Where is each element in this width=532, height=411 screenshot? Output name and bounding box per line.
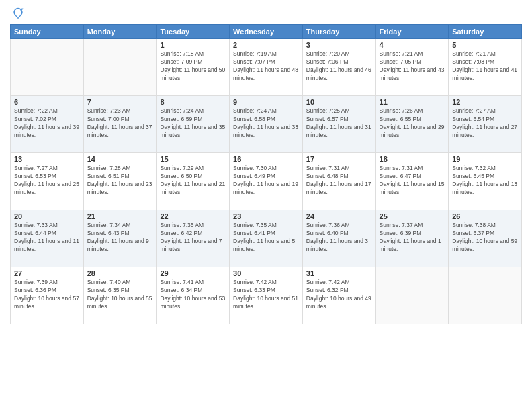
calendar-day-cell: 28Sunrise: 7:40 AMSunset: 6:35 PMDayligh… [83, 267, 157, 324]
day-info: Sunrise: 7:39 AMSunset: 6:36 PMDaylight:… [14, 279, 80, 311]
day-number: 30 [233, 269, 299, 277]
day-info: Sunrise: 7:31 AMSunset: 6:48 PMDaylight:… [306, 165, 372, 197]
day-info: Sunrise: 7:33 AMSunset: 6:44 PMDaylight:… [14, 222, 80, 254]
day-number: 1 [160, 41, 226, 49]
day-info: Sunrise: 7:42 AMSunset: 6:33 PMDaylight:… [233, 279, 299, 311]
weekday-header-saturday: Saturday [449, 25, 522, 39]
day-number: 19 [452, 155, 518, 163]
day-info: Sunrise: 7:41 AMSunset: 6:34 PMDaylight:… [160, 279, 226, 311]
day-number: 17 [306, 155, 372, 163]
day-info: Sunrise: 7:21 AMSunset: 7:03 PMDaylight:… [452, 50, 518, 83]
day-number: 21 [87, 212, 153, 220]
day-number: 23 [233, 212, 299, 220]
calendar-day-cell: 7Sunrise: 7:23 AMSunset: 7:00 PMDaylight… [83, 96, 157, 153]
calendar-day-cell [375, 267, 449, 324]
calendar-day-cell [83, 39, 157, 96]
calendar-week-row: 13Sunrise: 7:27 AMSunset: 6:53 PMDayligh… [11, 153, 522, 210]
calendar-week-row: 6Sunrise: 7:22 AMSunset: 7:02 PMDaylight… [11, 96, 522, 153]
day-number: 22 [160, 212, 226, 220]
day-number: 8 [160, 98, 226, 106]
calendar-day-cell: 9Sunrise: 7:24 AMSunset: 6:58 PMDaylight… [230, 96, 303, 153]
day-number: 25 [380, 212, 445, 220]
day-number: 31 [306, 269, 372, 277]
day-info: Sunrise: 7:27 AMSunset: 6:53 PMDaylight:… [14, 165, 80, 197]
day-number: 9 [233, 98, 299, 106]
day-number: 7 [87, 98, 153, 106]
calendar-day-cell: 22Sunrise: 7:35 AMSunset: 6:42 PMDayligh… [157, 210, 230, 267]
calendar-day-cell: 11Sunrise: 7:26 AMSunset: 6:55 PMDayligh… [375, 96, 449, 153]
weekday-header-sunday: Sunday [11, 25, 84, 39]
calendar-day-cell: 29Sunrise: 7:41 AMSunset: 6:34 PMDayligh… [157, 267, 230, 324]
day-number: 14 [87, 155, 153, 163]
calendar-day-cell: 15Sunrise: 7:29 AMSunset: 6:50 PMDayligh… [157, 153, 230, 210]
calendar-day-cell: 8Sunrise: 7:24 AMSunset: 6:59 PMDaylight… [157, 96, 230, 153]
calendar-day-cell: 1Sunrise: 7:18 AMSunset: 7:09 PMDaylight… [157, 39, 230, 96]
calendar-day-cell: 23Sunrise: 7:35 AMSunset: 6:41 PMDayligh… [230, 210, 303, 267]
calendar-day-cell: 20Sunrise: 7:33 AMSunset: 6:44 PMDayligh… [11, 210, 84, 267]
day-info: Sunrise: 7:19 AMSunset: 7:07 PMDaylight:… [233, 50, 299, 83]
calendar-day-cell: 2Sunrise: 7:19 AMSunset: 7:07 PMDaylight… [230, 39, 303, 96]
day-number: 2 [233, 41, 299, 49]
day-number: 27 [14, 269, 80, 277]
day-info: Sunrise: 7:18 AMSunset: 7:09 PMDaylight:… [160, 50, 226, 83]
day-number: 12 [452, 98, 518, 106]
calendar-day-cell: 21Sunrise: 7:34 AMSunset: 6:43 PMDayligh… [83, 210, 157, 267]
day-info: Sunrise: 7:35 AMSunset: 6:41 PMDaylight:… [233, 222, 299, 254]
page: SundayMondayTuesdayWednesdayThursdayFrid… [0, 0, 532, 411]
calendar-day-cell: 13Sunrise: 7:27 AMSunset: 6:53 PMDayligh… [11, 153, 84, 210]
day-info: Sunrise: 7:27 AMSunset: 6:54 PMDaylight:… [452, 107, 518, 140]
day-info: Sunrise: 7:37 AMSunset: 6:39 PMDaylight:… [380, 222, 445, 254]
day-number: 24 [306, 212, 372, 220]
day-info: Sunrise: 7:25 AMSunset: 6:57 PMDaylight:… [306, 107, 372, 140]
calendar-header-row: SundayMondayTuesdayWednesdayThursdayFrid… [11, 25, 522, 39]
day-info: Sunrise: 7:34 AMSunset: 6:43 PMDaylight:… [87, 222, 153, 254]
day-number: 16 [233, 155, 299, 163]
day-info: Sunrise: 7:31 AMSunset: 6:47 PMDaylight:… [380, 165, 445, 197]
calendar-day-cell: 26Sunrise: 7:38 AMSunset: 6:37 PMDayligh… [449, 210, 522, 267]
weekday-header-monday: Monday [83, 25, 157, 39]
header [10, 7, 522, 20]
day-info: Sunrise: 7:20 AMSunset: 7:06 PMDaylight:… [306, 50, 372, 83]
weekday-header-wednesday: Wednesday [230, 25, 303, 39]
calendar-day-cell: 6Sunrise: 7:22 AMSunset: 7:02 PMDaylight… [11, 96, 84, 153]
day-info: Sunrise: 7:35 AMSunset: 6:42 PMDaylight:… [160, 222, 226, 254]
calendar-day-cell: 14Sunrise: 7:28 AMSunset: 6:51 PMDayligh… [83, 153, 157, 210]
day-number: 26 [452, 212, 518, 220]
day-number: 29 [160, 269, 226, 277]
calendar-day-cell: 4Sunrise: 7:21 AMSunset: 7:05 PMDaylight… [375, 39, 449, 96]
calendar-day-cell: 27Sunrise: 7:39 AMSunset: 6:36 PMDayligh… [11, 267, 84, 324]
calendar-day-cell [449, 267, 522, 324]
calendar-week-row: 1Sunrise: 7:18 AMSunset: 7:09 PMDaylight… [11, 39, 522, 96]
day-number: 13 [14, 155, 80, 163]
day-info: Sunrise: 7:28 AMSunset: 6:51 PMDaylight:… [87, 165, 153, 197]
day-info: Sunrise: 7:26 AMSunset: 6:55 PMDaylight:… [380, 107, 445, 140]
weekday-header-thursday: Thursday [302, 25, 375, 39]
day-info: Sunrise: 7:21 AMSunset: 7:05 PMDaylight:… [380, 50, 445, 83]
calendar-table: SundayMondayTuesdayWednesdayThursdayFrid… [10, 24, 522, 324]
calendar-week-row: 20Sunrise: 7:33 AMSunset: 6:44 PMDayligh… [11, 210, 522, 267]
calendar-day-cell: 24Sunrise: 7:36 AMSunset: 6:40 PMDayligh… [302, 210, 375, 267]
logo-bird-icon [11, 7, 25, 20]
calendar-week-row: 27Sunrise: 7:39 AMSunset: 6:36 PMDayligh… [11, 267, 522, 324]
day-info: Sunrise: 7:23 AMSunset: 7:00 PMDaylight:… [87, 107, 153, 140]
day-number: 15 [160, 155, 226, 163]
calendar-day-cell: 18Sunrise: 7:31 AMSunset: 6:47 PMDayligh… [375, 153, 449, 210]
day-info: Sunrise: 7:36 AMSunset: 6:40 PMDaylight:… [306, 222, 372, 254]
day-info: Sunrise: 7:24 AMSunset: 6:58 PMDaylight:… [233, 107, 299, 140]
calendar-day-cell: 30Sunrise: 7:42 AMSunset: 6:33 PMDayligh… [230, 267, 303, 324]
day-number: 20 [14, 212, 80, 220]
day-number: 3 [306, 41, 372, 49]
day-info: Sunrise: 7:40 AMSunset: 6:35 PMDaylight:… [87, 279, 153, 311]
weekday-header-friday: Friday [375, 25, 449, 39]
day-number: 6 [14, 98, 80, 106]
calendar-day-cell: 25Sunrise: 7:37 AMSunset: 6:39 PMDayligh… [375, 210, 449, 267]
day-info: Sunrise: 7:38 AMSunset: 6:37 PMDaylight:… [452, 222, 518, 254]
calendar-day-cell [11, 39, 84, 96]
calendar-day-cell: 17Sunrise: 7:31 AMSunset: 6:48 PMDayligh… [302, 153, 375, 210]
calendar-day-cell: 10Sunrise: 7:25 AMSunset: 6:57 PMDayligh… [302, 96, 375, 153]
calendar-day-cell: 5Sunrise: 7:21 AMSunset: 7:03 PMDaylight… [449, 39, 522, 96]
day-info: Sunrise: 7:29 AMSunset: 6:50 PMDaylight:… [160, 165, 226, 197]
day-number: 10 [306, 98, 372, 106]
calendar-day-cell: 31Sunrise: 7:42 AMSunset: 6:32 PMDayligh… [302, 267, 375, 324]
weekday-header-tuesday: Tuesday [157, 25, 230, 39]
